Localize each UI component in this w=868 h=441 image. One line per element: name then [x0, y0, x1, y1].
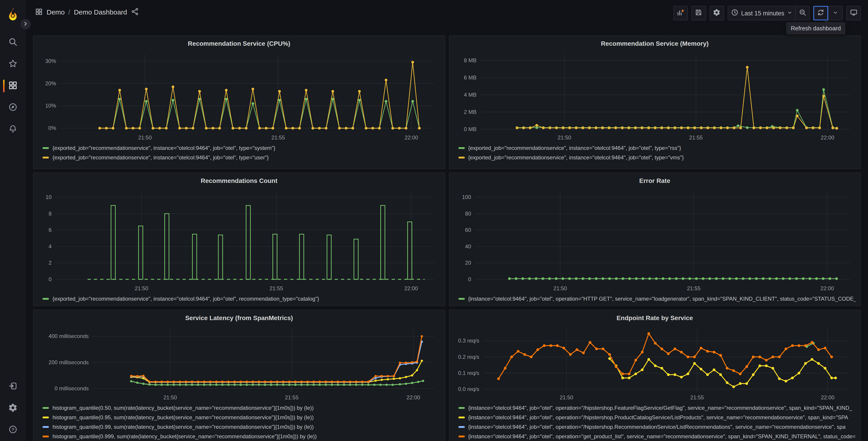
data-point	[772, 126, 775, 129]
legend-item[interactable]: histogram_quantile(0.99, sum(rate(latenc…	[42, 422, 440, 432]
data-point	[810, 341, 813, 344]
sidebar-item-starred[interactable]	[0, 53, 26, 75]
sidebar-item-configuration[interactable]	[0, 398, 26, 419]
axis-tick-label: 21:50	[559, 394, 573, 401]
sidebar-item-explore[interactable]	[0, 97, 26, 119]
breadcrumb-section-link[interactable]: Demo	[46, 8, 65, 16]
error-rate-chart-canvas[interactable]: 02040608010021:5021:5522:00	[454, 187, 856, 293]
legend-item[interactable]: {instance="otelcol:9464", job="otel", op…	[458, 294, 856, 303]
data-point	[399, 383, 401, 385]
bar	[111, 206, 115, 280]
breadcrumb-separator: /	[68, 8, 70, 16]
data-point	[218, 127, 221, 129]
legend-item[interactable]: {exported_job="recommendationservice", i…	[42, 294, 440, 303]
data-point	[788, 277, 791, 280]
latency-chart-canvas[interactable]: 0 milliseconds200 milliseconds400 millis…	[38, 324, 440, 402]
refresh-interval-dropdown[interactable]	[828, 6, 843, 20]
legend-item[interactable]: {instance="otelcol:9464", job="otel", op…	[458, 412, 856, 422]
panel-title[interactable]: Recommendations Count	[38, 175, 440, 187]
axis-tick-label: 0.0 req/s	[458, 386, 479, 392]
data-point	[725, 381, 728, 384]
data-point	[555, 277, 557, 280]
data-point	[706, 350, 709, 353]
data-point	[621, 126, 623, 129]
count-chart-canvas[interactable]: 024681021:5021:5522:00	[38, 187, 440, 293]
panel-title[interactable]: Recommendation Service (Memory)	[454, 38, 856, 50]
data-point	[713, 351, 715, 353]
zoom-out-time-button[interactable]	[795, 6, 810, 20]
data-point	[225, 98, 228, 100]
data-point	[655, 277, 657, 280]
legend-label: {exported_job="recommendationservice", i…	[53, 154, 269, 160]
data-point	[621, 277, 624, 280]
legend-item[interactable]: histogram_quantile(0.999, sum(rate(laten…	[42, 432, 440, 441]
sidebar-item-alerting[interactable]	[0, 119, 26, 140]
panel-endpoint-rate: Endpoint Rate by Service 0.0 req/s0.1 re…	[449, 310, 861, 441]
sidebar-item-search[interactable]	[0, 32, 26, 53]
data-point	[735, 277, 738, 280]
data-point	[203, 384, 205, 386]
dashboard-settings-button[interactable]	[709, 6, 724, 20]
axis-tick-label: 0.2 req/s	[458, 354, 479, 360]
time-range-picker[interactable]: Last 15 minutes	[727, 6, 795, 20]
sidebar-item-help[interactable]: ?	[0, 419, 26, 441]
data-point	[739, 373, 741, 375]
data-point	[746, 66, 748, 68]
kiosk-mode-button[interactable]	[846, 6, 861, 20]
data-point	[822, 277, 824, 280]
panel-title[interactable]: Endpoint Rate by Service	[454, 313, 856, 324]
axis-tick-label: 0 milliseconds	[55, 385, 89, 391]
panel-title[interactable]: Recommendation Service (CPU%)	[38, 38, 440, 50]
legend-label: {instance="otelcol:9464", job="otel", op…	[468, 423, 846, 430]
data-point	[582, 352, 585, 354]
legend-item[interactable]: {instance="otelcol:9464", job="otel", op…	[458, 403, 856, 412]
data-point	[332, 90, 334, 93]
data-point	[784, 380, 787, 383]
panel-title[interactable]: Service Latency (from SpanMetrics)	[38, 313, 440, 324]
data-point	[732, 369, 735, 372]
data-point	[197, 384, 199, 386]
legend-item[interactable]: {instance="otelcol:9464", job="otel", op…	[458, 432, 856, 441]
data-point	[258, 127, 261, 129]
data-point	[312, 384, 315, 386]
data-point	[294, 381, 297, 383]
breadcrumb: Demo / Demo Dashboard	[35, 7, 140, 16]
axis-tick-label: 20	[465, 260, 471, 266]
axis-tick-label: 22:00	[407, 394, 420, 401]
series-line	[100, 99, 420, 128]
share-dashboard-button[interactable]	[131, 7, 140, 16]
legend-label: {exported_job="recommendationservice", i…	[468, 145, 681, 151]
memory-chart-canvas[interactable]: 0 MB2 MB4 MB6 MB8 MB21:5021:5522:00	[454, 50, 856, 142]
chart-svg: 0.0 req/s0.1 req/s0.2 req/s0.3 req/s21:5…	[454, 324, 856, 402]
sidebar-item-dashboards[interactable]	[0, 75, 26, 97]
legend-item[interactable]: {exported_job="recommendationservice", i…	[42, 153, 440, 162]
data-point	[778, 356, 780, 358]
data-point	[331, 384, 333, 386]
add-panel-button[interactable]	[673, 6, 688, 20]
data-point	[595, 348, 598, 350]
legend-item[interactable]: {instance="otelcol:9464", job="otel", op…	[458, 422, 856, 432]
legend-item[interactable]: {exported_job="recommendationservice", i…	[458, 153, 856, 162]
sidebar-item-sign-in[interactable]	[0, 376, 26, 398]
data-point	[227, 381, 230, 383]
legend-item[interactable]: {exported_job="recommendationservice", i…	[42, 143, 440, 153]
data-point	[700, 368, 702, 371]
grafana-logo[interactable]	[5, 6, 21, 22]
panel-title[interactable]: Error Rate	[454, 175, 856, 187]
sidebar-expand-button[interactable]	[20, 19, 31, 29]
data-point	[305, 98, 308, 100]
endpoint-rate-chart-canvas[interactable]: 0.0 req/s0.1 req/s0.2 req/s0.3 req/s21:5…	[454, 324, 856, 402]
data-point	[721, 277, 724, 280]
legend-item[interactable]: histogram_quantile(0.95, sum(rate(latenc…	[42, 412, 440, 422]
data-point	[158, 127, 161, 129]
cpu-chart-canvas[interactable]: 0%10%20%30%21:5021:5522:00	[38, 50, 440, 142]
data-point	[755, 277, 757, 280]
data-point	[765, 359, 768, 361]
legend-item[interactable]: histogram_quantile(0.50, sum(rate(latenc…	[42, 403, 440, 412]
refresh-dashboard-button[interactable]	[813, 6, 828, 20]
save-dashboard-button[interactable]	[691, 6, 706, 20]
data-point	[221, 381, 223, 383]
legend-item[interactable]: {exported_job="recommendationservice", i…	[458, 143, 856, 153]
data-point	[715, 277, 717, 280]
data-point	[203, 381, 205, 383]
